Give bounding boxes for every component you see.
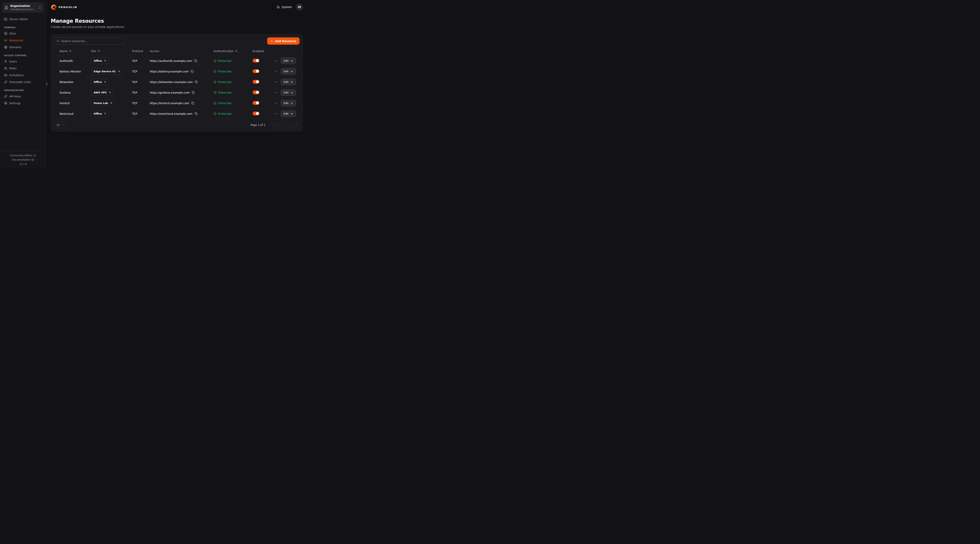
auth-status-label: Protected: [218, 70, 231, 73]
enabled-toggle[interactable]: [253, 101, 259, 105]
link-icon: [4, 81, 7, 84]
add-resource-button[interactable]: Add Resource: [267, 37, 299, 44]
column-label: Site: [91, 49, 96, 53]
card-toolbar: Add Resource: [54, 37, 299, 44]
column-header-name[interactable]: Name: [57, 49, 89, 53]
sidebar-item-invitations[interactable]: Invitations: [3, 72, 43, 78]
copy-url-button[interactable]: [194, 59, 197, 62]
row-menu-button[interactable]: [274, 70, 278, 73]
site-name: Office: [94, 112, 102, 115]
org-selector-value: milo@fossorial.io's ...: [10, 8, 37, 11]
section-label-access-control: ACCESS CONTROL: [3, 54, 43, 57]
search-input[interactable]: [61, 40, 122, 43]
edit-button[interactable]: Edit: [281, 111, 296, 117]
table-row: ImmichHome LabTCPhttps://immich.example.…: [54, 98, 299, 108]
sidebar-item-settings[interactable]: Settings: [3, 100, 43, 106]
sidebar-item-users[interactable]: Users: [3, 59, 43, 65]
edit-button[interactable]: Edit: [281, 57, 296, 64]
enabled-toggle[interactable]: [253, 112, 259, 115]
row-menu-button[interactable]: [274, 102, 278, 105]
community-edition-link[interactable]: Community Edition: [0, 153, 46, 158]
resource-url: https://grafana.example.com: [150, 91, 189, 94]
auth-status-label: Protected: [218, 91, 231, 94]
site-link-button[interactable]: Office: [91, 57, 109, 64]
documentation-link[interactable]: Documentation: [0, 158, 46, 162]
ellipsis-icon: [274, 91, 278, 94]
row-menu-button[interactable]: [274, 59, 278, 62]
shield-check-icon: [213, 112, 216, 115]
column-header-site[interactable]: Site: [89, 49, 130, 53]
page-header: Manage Resources Create secure proxies t…: [51, 18, 303, 29]
sidebar-item-label: Shareable Links: [9, 80, 31, 84]
ellipsis-icon: [274, 59, 278, 62]
org-selector[interactable]: Organization milo@fossorial.io's ...: [3, 3, 43, 13]
row-menu-button[interactable]: [274, 91, 278, 94]
row-menu-button[interactable]: [274, 80, 278, 84]
edit-button-label: Edit: [283, 102, 288, 105]
copy-url-button[interactable]: [195, 112, 197, 115]
site-name: Office: [94, 59, 102, 62]
arrow-right-icon: [290, 70, 293, 73]
arrow-up-right-icon: [104, 81, 106, 83]
site-link-button[interactable]: Office: [91, 79, 109, 85]
next-page-button[interactable]: [286, 122, 292, 128]
copy-icon: [194, 59, 197, 62]
enabled-toggle[interactable]: [253, 69, 259, 73]
sidebar-item-api-keys[interactable]: API Keys: [3, 93, 43, 100]
enabled-toggle[interactable]: [253, 59, 259, 62]
site-link-button[interactable]: Home Lab: [91, 100, 115, 106]
copy-url-button[interactable]: [191, 102, 194, 105]
last-page-button[interactable]: [294, 122, 299, 128]
ellipsis-icon: [274, 112, 278, 115]
section-label-general: GENERAL: [3, 26, 43, 29]
brand-logo[interactable]: PANGOLIN: [51, 4, 77, 10]
site-link-button[interactable]: AWS VPC: [91, 89, 114, 96]
search-box: [54, 37, 125, 44]
sidebar-item-server-admin[interactable]: Server Admin: [3, 16, 43, 22]
column-label: Name: [60, 49, 68, 53]
toggle-knob: [256, 112, 259, 115]
column-label: Access: [150, 49, 159, 53]
arrow-up-right-icon: [110, 102, 112, 105]
theme-toggle[interactable]: System: [277, 5, 292, 9]
ellipsis-icon: [274, 102, 278, 105]
table-header-row: NameSiteProtocolAccessAuthenticationEnab…: [54, 47, 299, 56]
chevron-down-icon: [62, 124, 64, 126]
edit-button-label: Edit: [283, 112, 288, 115]
column-label: Enabled: [253, 49, 264, 53]
sites-icon: [4, 32, 7, 35]
resource-name: Grafana: [57, 91, 89, 94]
arrow-right-icon: [290, 113, 293, 115]
sort-icon: [235, 50, 237, 52]
first-page-button[interactable]: [272, 122, 278, 128]
page-size-select[interactable]: 20: [54, 122, 66, 128]
gear-icon: [4, 102, 7, 105]
sidebar-item-domains[interactable]: Domains: [3, 44, 43, 50]
edit-button[interactable]: Edit: [281, 79, 296, 85]
edit-button[interactable]: Edit: [281, 89, 296, 96]
enabled-toggle[interactable]: [253, 80, 259, 84]
sidebar-item-roles[interactable]: Roles: [3, 65, 43, 71]
edit-button[interactable]: Edit: [281, 68, 296, 75]
sidebar-item-sites[interactable]: Sites: [3, 30, 43, 36]
sidebar-item-resources[interactable]: Resources: [3, 37, 43, 43]
resource-url: https://bitwarden.example.com: [150, 81, 192, 84]
enabled-toggle[interactable]: [253, 90, 259, 94]
previous-page-button[interactable]: [279, 122, 285, 128]
ticket-icon: [4, 74, 7, 77]
copy-url-button[interactable]: [195, 81, 198, 83]
edit-button[interactable]: Edit: [281, 100, 296, 106]
copy-url-button[interactable]: [191, 70, 194, 73]
copy-url-button[interactable]: [192, 91, 195, 94]
site-link-button[interactable]: Office: [91, 111, 109, 117]
sidebar-resize-handle[interactable]: [46, 82, 47, 86]
row-menu-button[interactable]: [274, 112, 278, 115]
auth-status-label: Protected: [218, 102, 231, 105]
resource-protocol: TCP: [130, 59, 147, 62]
column-header-authentication[interactable]: Authentication: [211, 49, 250, 53]
resource-url: https://battery.example.com: [150, 70, 189, 73]
column-label: Authentication: [213, 49, 234, 53]
site-link-button[interactable]: Edge Device 01: [91, 68, 123, 75]
sidebar-item-shareable-links[interactable]: Shareable Links: [3, 79, 43, 85]
avatar[interactable]: M: [296, 4, 303, 10]
